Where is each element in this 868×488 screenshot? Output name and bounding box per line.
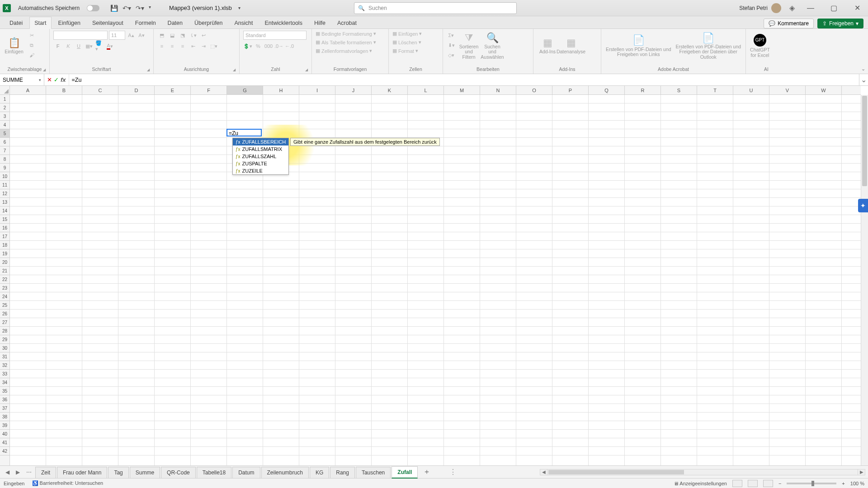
row-header[interactable]: 35 [0, 387, 9, 395]
column-header[interactable]: K [372, 86, 408, 94]
share-button[interactable]: ⇪ Freigeben ▾ [817, 19, 863, 28]
row-header[interactable]: 18 [0, 241, 9, 249]
font-name-combo[interactable] [53, 31, 108, 40]
side-panel-toggle[interactable]: ✦ [858, 199, 868, 212]
autocomplete-item[interactable]: ƒxZUSPALTE [233, 160, 288, 167]
sheet-tab[interactable]: Tabelle18 [197, 467, 231, 478]
page-layout-view-button[interactable] [748, 480, 758, 487]
row-header[interactable]: 39 [0, 421, 9, 430]
row-header[interactable]: 7 [0, 146, 9, 155]
column-header[interactable]: D [118, 86, 155, 94]
row-header[interactable]: 22 [0, 275, 9, 284]
sheet-tab[interactable]: Tag [108, 467, 128, 478]
comma-button[interactable]: 000 [264, 42, 273, 51]
page-break-view-button[interactable] [763, 480, 773, 487]
fill-button[interactable]: ⬇▾ [447, 41, 456, 50]
minimize-button[interactable]: — [803, 2, 818, 14]
increase-indent-button[interactable]: ⇥ [199, 42, 208, 51]
paste-button[interactable]: 📋Einfügen [4, 31, 24, 61]
format-cells-button[interactable]: ▦ Format ▾ [392, 48, 422, 54]
align-middle-button[interactable]: ⬓ [168, 31, 177, 40]
ribbon-tab-entwicklertools[interactable]: Entwicklertools [260, 17, 307, 28]
name-box[interactable]: SUMME▾ [0, 74, 44, 85]
font-launcher-icon[interactable]: ◢ [147, 68, 150, 72]
sheet-tab[interactable]: Zeit [35, 467, 56, 478]
format-painter-button[interactable]: 🖌 [27, 51, 36, 60]
accept-formula-button[interactable]: ✓ [54, 76, 59, 83]
row-header[interactable]: 2 [0, 103, 9, 112]
ribbon-tab-seitenlayout[interactable]: Seitenlayout [87, 17, 128, 28]
pdf-outlook-button[interactable]: 📄Erstellen von PDF-Dateien und Freigeben… [675, 31, 742, 61]
row-header[interactable]: 32 [0, 361, 9, 370]
row-header[interactable]: 6 [0, 138, 9, 146]
row-header[interactable]: 5 [0, 129, 9, 138]
align-right-button[interactable]: ≡ [178, 42, 187, 51]
alignment-launcher-icon[interactable]: ◢ [233, 68, 236, 72]
diamond-icon[interactable]: ◈ [789, 4, 795, 12]
expand-formula-bar-icon[interactable]: ⌄ [859, 74, 868, 85]
autocomplete-item[interactable]: ƒxZUFALLSBEREICH [233, 138, 288, 145]
sheet-tab[interactable]: Datum [232, 467, 260, 478]
merge-button[interactable]: ⬚▾ [209, 42, 218, 51]
document-title[interactable]: Mappe3 (version 1).xlsb [169, 5, 232, 11]
increase-decimal-button[interactable]: .0→ [274, 42, 283, 51]
column-header[interactable]: W [806, 86, 842, 94]
row-header[interactable]: 31 [0, 352, 9, 361]
select-all-button[interactable] [0, 86, 10, 95]
percent-button[interactable]: % [254, 42, 263, 51]
column-header[interactable]: A [10, 86, 46, 94]
ribbon-tab-formeln[interactable]: Formeln [130, 17, 161, 28]
autosave-toggle[interactable] [87, 5, 99, 11]
sheet-tab[interactable]: QR-Code [161, 467, 196, 478]
worksheet-grid[interactable]: ABCDEFGHIJKLMNOPQRSTUVW 1234567891011121… [0, 86, 868, 465]
italic-button[interactable]: K [64, 42, 73, 51]
increase-font-button[interactable]: A▴ [127, 31, 136, 40]
column-header[interactable]: L [408, 86, 444, 94]
ribbon-tab-hilfe[interactable]: Hilfe [309, 17, 330, 28]
display-settings-button[interactable]: 🖥 Anzeigeeinstellungen [674, 481, 727, 486]
sheet-nav-menu[interactable]: ⋯ [24, 469, 34, 475]
row-header[interactable]: 10 [0, 172, 9, 181]
formula-autocomplete[interactable]: ƒxZUFALLSBEREICHƒxZUFALLSMATRIXƒxZUFALLS… [232, 138, 289, 175]
undo-icon[interactable]: ↶▾ [123, 5, 131, 12]
decrease-font-button[interactable]: A▾ [137, 31, 146, 40]
row-header[interactable]: 29 [0, 335, 9, 344]
row-header[interactable]: 4 [0, 121, 9, 129]
insert-cells-button[interactable]: ▦ Einfügen ▾ [392, 31, 422, 37]
row-header[interactable]: 19 [0, 249, 9, 258]
qat-customize-icon[interactable]: ▾ [149, 5, 151, 12]
restore-button[interactable]: ▢ [826, 2, 842, 14]
copy-button[interactable]: ⧉ [27, 41, 36, 50]
number-launcher-icon[interactable]: ◢ [305, 68, 308, 72]
row-header[interactable]: 33 [0, 370, 9, 378]
comments-button[interactable]: 💬 Kommentare [764, 19, 814, 28]
delete-cells-button[interactable]: ▦ Löschen ▾ [392, 39, 422, 45]
row-header[interactable]: 25 [0, 301, 9, 310]
row-header[interactable]: 16 [0, 224, 9, 232]
column-header[interactable]: V [769, 86, 806, 94]
sheet-tab[interactable]: Summe [130, 467, 160, 478]
cell-editor[interactable]: =Zu [226, 129, 262, 136]
row-header[interactable]: 13 [0, 198, 9, 206]
ribbon-tab-ansicht[interactable]: Ansicht [230, 17, 258, 28]
clear-button[interactable]: ◇▾ [447, 51, 456, 60]
sheet-nav-prev[interactable]: ◀ [3, 469, 12, 475]
filename-dropdown-icon[interactable]: ▾ [238, 5, 241, 10]
sheet-tab[interactable]: Zeilenumbruch [261, 467, 309, 478]
sheet-tab[interactable]: Tauschen [356, 467, 391, 478]
sheet-tab[interactable]: Rang [330, 467, 355, 478]
column-header[interactable]: G [227, 86, 263, 94]
sheet-nav-next[interactable]: ▶ [13, 469, 23, 475]
column-header[interactable]: E [155, 86, 191, 94]
cut-button[interactable]: ✂ [27, 31, 36, 40]
column-header[interactable]: J [335, 86, 372, 94]
row-header[interactable]: 40 [0, 430, 9, 438]
font-color-button[interactable]: A▾ [105, 42, 114, 51]
underline-button[interactable]: U [74, 42, 83, 51]
border-button[interactable]: ▦▾ [85, 42, 94, 51]
decrease-decimal-button[interactable]: ←.0 [285, 42, 294, 51]
zoom-slider[interactable] [787, 483, 836, 484]
row-header[interactable]: 37 [0, 404, 9, 413]
row-header[interactable]: 26 [0, 310, 9, 318]
row-headers[interactable]: 1234567891011121314151617181920212223242… [0, 95, 10, 465]
